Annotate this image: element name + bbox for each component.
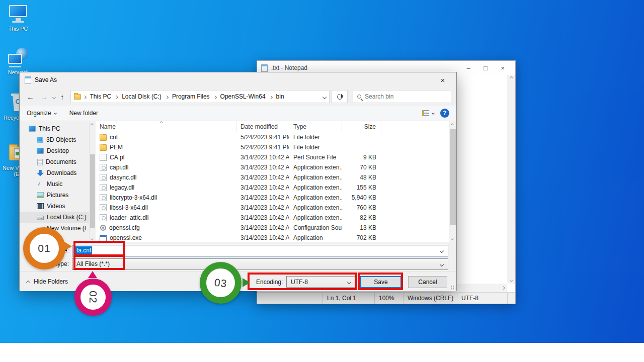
- sidebar-item[interactable]: Pictures: [20, 190, 89, 201]
- sidebar-item[interactable]: Music: [20, 178, 89, 190]
- column-header-date[interactable]: Date modified: [236, 121, 289, 132]
- file-row[interactable]: libssl-3-x64.dll 3/14/2023 10:42 AM Appl…: [96, 203, 449, 213]
- close-button[interactable]: ×: [494, 61, 511, 74]
- close-icon[interactable]: ×: [434, 73, 451, 86]
- breadcrumb-item[interactable]: OpenSSL-Win64: [219, 93, 267, 100]
- sidebar-item-icon: [37, 159, 43, 165]
- file-list-scrollbar[interactable]: [449, 121, 456, 242]
- highlight-box-file-name: [73, 241, 125, 256]
- scroll-up-icon[interactable]: [509, 76, 513, 80]
- recent-locations-dropdown[interactable]: [53, 93, 55, 100]
- notepad-status-bar: Ln 1, Col 1 100% Windows (CRLF) UTF-8: [257, 292, 515, 304]
- file-row[interactable]: loader_attic.dll 3/14/2023 10:42 AM Appl…: [96, 213, 449, 223]
- notepad-vertical-scrollbar[interactable]: [507, 75, 515, 284]
- minimize-button[interactable]: –: [460, 61, 477, 74]
- sidebar-item[interactable]: Documents: [20, 156, 89, 167]
- file-type-icon: [100, 184, 107, 191]
- chevron-down-icon[interactable]: [440, 248, 444, 252]
- dialog-title: Save As: [35, 76, 434, 83]
- breadcrumb-item[interactable]: This PC: [89, 93, 113, 100]
- hide-folders-button[interactable]: Hide Folders: [27, 278, 68, 285]
- file-row[interactable]: libcrypto-3-x64.dll 3/14/2023 10:42 AM A…: [96, 193, 449, 203]
- sidebar-item-icon: [37, 203, 44, 209]
- file-row[interactable]: capi.dll 3/14/2023 10:42 AM Application …: [96, 162, 449, 172]
- dialog-titlebar[interactable]: Save As ×: [20, 72, 456, 87]
- sidebar-item[interactable]: 3D Objects: [20, 134, 89, 145]
- change-view-button[interactable]: [422, 110, 434, 116]
- file-name-input[interactable]: fa.cnf: [72, 245, 448, 256]
- maximize-button[interactable]: □: [477, 61, 494, 74]
- file-row[interactable]: openssl.exe 3/14/2023 10:42 AM Applicati…: [96, 233, 449, 242]
- step-arrow-right-icon: [64, 242, 72, 251]
- scrollbar-thumb[interactable]: [450, 129, 456, 225]
- scroll-right-icon[interactable]: [502, 286, 505, 290]
- file-row[interactable]: legacy.dll 3/14/2023 10:42 AM Applicatio…: [96, 183, 449, 193]
- file-size: 82 KB: [342, 214, 381, 221]
- sidebar-item[interactable]: Local Disk (C:): [20, 212, 89, 223]
- file-type: Application exten...: [289, 214, 342, 221]
- scrollbar-thumb[interactable]: [90, 154, 95, 228]
- sidebar-item-label: Documents: [46, 158, 76, 165]
- help-button[interactable]: ?: [440, 109, 449, 118]
- chevron-down-icon: [432, 112, 435, 115]
- scroll-up-icon[interactable]: [451, 123, 454, 126]
- sidebar-item-label: Downloads: [47, 169, 76, 176]
- column-header-type[interactable]: Type: [289, 121, 342, 132]
- file-type: Application exten...: [289, 204, 342, 211]
- organize-button[interactable]: Organize: [27, 110, 56, 117]
- chevron-down-icon[interactable]: [440, 262, 444, 266]
- cancel-button[interactable]: Cancel: [408, 276, 447, 288]
- search-box[interactable]: [353, 90, 451, 103]
- desktop-icon-network[interactable]: Network: [2, 48, 34, 75]
- forward-button[interactable]: →: [38, 93, 50, 101]
- desktop-icon-this-pc[interactable]: This PC: [2, 4, 34, 32]
- breadcrumb-item[interactable]: Local Disk (C:): [120, 93, 163, 100]
- highlight-box-encoding: [248, 273, 357, 290]
- back-button[interactable]: ←: [25, 93, 36, 101]
- breadcrumb-item[interactable]: Program Files: [171, 93, 211, 100]
- resize-grip[interactable]: [450, 285, 455, 290]
- sidebar-item[interactable]: Downloads: [20, 167, 89, 178]
- up-button[interactable]: ↑: [58, 93, 66, 101]
- save-as-type-select[interactable]: All Files (*.*): [72, 258, 448, 270]
- file-row[interactable]: cnf 5/24/2023 9:41 PM File folder: [96, 132, 449, 142]
- sidebar-item-label: Videos: [47, 203, 65, 210]
- scroll-up-icon[interactable]: [91, 123, 94, 126]
- address-dropdown-icon[interactable]: [323, 93, 326, 100]
- file-size: 155 KB: [342, 184, 381, 191]
- resize-grip[interactable]: [507, 293, 515, 304]
- new-folder-button[interactable]: New folder: [69, 110, 98, 117]
- sort-ascending-icon: [159, 121, 163, 125]
- scroll-down-icon[interactable]: [91, 237, 94, 240]
- sidebar-scrollbar[interactable]: [89, 121, 96, 242]
- column-headers: Name Date modified Type Size: [96, 121, 449, 132]
- sidebar-item[interactable]: Desktop: [20, 145, 89, 156]
- file-size: 702 KB: [342, 234, 381, 241]
- scroll-down-icon[interactable]: [451, 237, 454, 240]
- file-row[interactable]: dasync.dll 3/14/2023 10:42 AM Applicatio…: [96, 172, 449, 183]
- file-type: Application exten...: [289, 164, 342, 171]
- sidebar-item-label: 3D Objects: [46, 136, 76, 143]
- file-row[interactable]: CA.pl 3/14/2023 10:42 AM Perl Source Fil…: [96, 152, 449, 162]
- refresh-button[interactable]: [332, 90, 348, 103]
- sidebar-item-label: Desktop: [47, 147, 69, 154]
- sidebar-item[interactable]: This PC: [20, 123, 89, 134]
- sidebar-item-icon: [37, 170, 44, 176]
- chevron-down-icon: [54, 112, 57, 115]
- column-header-size[interactable]: Size: [342, 121, 381, 132]
- address-bar[interactable]: This PC Local Disk (C:) Program Files Op…: [70, 90, 330, 103]
- column-header-name[interactable]: Name: [96, 121, 236, 132]
- this-pc-icon: [7, 4, 29, 24]
- file-type-icon: [100, 154, 107, 161]
- file-row[interactable]: openssl.cfg 3/14/2023 10:42 AM Configura…: [96, 223, 449, 233]
- sidebar-item-icon: [37, 192, 44, 198]
- search-input[interactable]: [365, 93, 435, 100]
- sidebar-item[interactable]: Videos: [20, 201, 89, 212]
- file-name: libcrypto-3-x64.dll: [110, 194, 157, 201]
- file-date: 3/14/2023 10:42 AM: [236, 204, 289, 211]
- file-row[interactable]: PEM 5/24/2023 9:41 PM File folder: [96, 142, 449, 152]
- file-date: 3/14/2023 10:42 AM: [236, 194, 289, 201]
- scroll-down-icon[interactable]: [509, 279, 513, 282]
- file-type-icon: [100, 214, 107, 221]
- breadcrumb-item[interactable]: bin: [275, 93, 286, 100]
